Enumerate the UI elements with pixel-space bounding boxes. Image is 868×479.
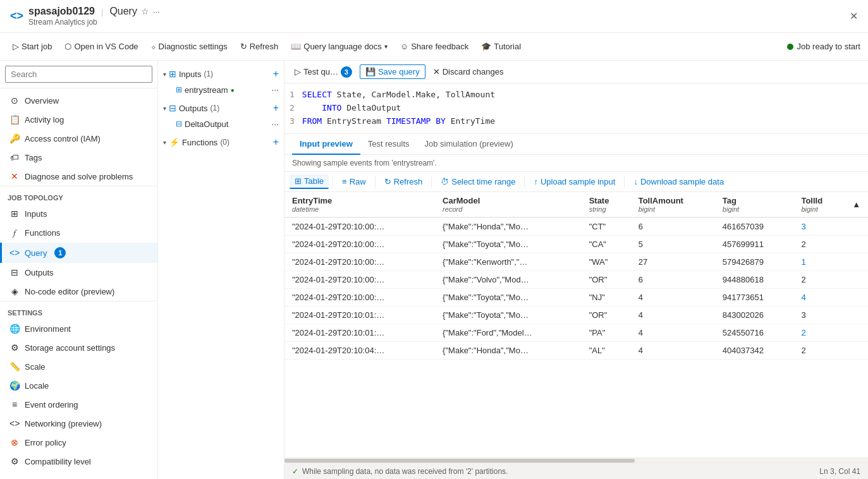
close-icon[interactable]: ✕ — [850, 10, 858, 22]
table-header: EntryTimedatetime CarModelrecord Statest… — [284, 192, 868, 217]
sidebar-item-tags[interactable]: 🏷 Tags — [0, 148, 157, 167]
more-options-icon[interactable]: ··· — [153, 7, 160, 16]
sidebar-item-diagnose[interactable]: ✕ Diagnose and solve problems — [0, 167, 157, 186]
tutorial-button[interactable]: 🎓 Tutorial — [476, 39, 526, 54]
table-cell: {"Make":"Honda","Mo… — [435, 342, 582, 360]
outputs-add-icon[interactable]: + — [273, 102, 279, 114]
tree-item-deltaoutput[interactable]: ⊟ DeltaOutput ··· — [158, 116, 284, 131]
sidebar-item-query[interactable]: <> Query 1 — [0, 243, 157, 263]
editor-area: ▾ ⊞ Inputs (1) + ⊞ entrystream — [158, 61, 868, 479]
sidebar-item-functions[interactable]: 𝑓 Functions — [0, 223, 157, 243]
refresh-button[interactable]: ↻ Refresh — [235, 39, 284, 54]
scale-icon: 📏 — [9, 361, 20, 372]
functions-add-icon[interactable]: + — [273, 136, 279, 148]
table-cell: "OR" — [582, 306, 631, 324]
outputs-tree-label: Outputs — [179, 104, 208, 113]
search-input[interactable] — [5, 66, 152, 83]
table-cell[interactable]: 2 — [793, 324, 845, 342]
table-cell: 944880618 — [715, 271, 794, 289]
discard-changes-button[interactable]: ✕ Discard changes — [428, 65, 509, 78]
deltaoutput-more-icon[interactable]: ··· — [271, 119, 279, 129]
docs-icon: 📖 — [291, 42, 301, 51]
download-icon: ↓ — [633, 177, 638, 186]
outputs-tree-icon: ⊟ — [169, 103, 176, 113]
tree-outputs-header[interactable]: ▾ ⊟ Outputs (1) + — [158, 100, 284, 116]
scrollbar-thumb[interactable] — [284, 459, 635, 463]
title-bar: <> spasajob0129 | Query ☆ ··· Stream Ana… — [0, 0, 868, 33]
toolbar-separator-5 — [624, 176, 625, 188]
tree-panel: ▾ ⊞ Inputs (1) + ⊞ entrystream — [158, 61, 284, 479]
tree-inputs-header-left: ▾ ⊞ Inputs (1) — [163, 69, 213, 79]
entrystream-more-icon[interactable]: ··· — [271, 85, 279, 95]
line-numbers: 1 2 3 — [290, 88, 295, 128]
tree-functions-header[interactable]: ▾ ⚡ Functions (0) + — [158, 134, 284, 150]
sidebar-item-event-ordering[interactable]: ≡ Event ordering — [0, 395, 157, 414]
query-language-docs-button[interactable]: 📖 Query language docs ▾ — [286, 39, 393, 54]
col-sort-icon[interactable]: ▲ — [845, 192, 868, 217]
table-cell-empty — [845, 253, 868, 271]
sidebar-item-inputs[interactable]: ⊞ Inputs — [0, 204, 157, 223]
sidebar-item-storage-account[interactable]: ⚙ Storage account settings — [0, 338, 157, 357]
table-cell: 6 — [631, 217, 715, 236]
table-cell[interactable]: 3 — [793, 217, 845, 236]
table-body: "2024-01-29T20:10:00:…{"Make":"Honda","M… — [284, 217, 868, 360]
table-view-button[interactable]: ⊞ Table — [290, 174, 329, 189]
save-query-button[interactable]: 💾 Save query — [360, 64, 425, 79]
inputs-add-icon[interactable]: + — [273, 68, 279, 80]
horizontal-scrollbar[interactable] — [284, 458, 868, 463]
sidebar-item-outputs[interactable]: ⊟ Outputs — [0, 263, 157, 282]
inputs-tree-label: Inputs — [179, 70, 201, 79]
table-cell[interactable]: 1 — [793, 253, 845, 271]
sidebar-search-container — [0, 61, 157, 88]
code-line-3: FROM EntryStream TIMESTAMP BY EntryTime — [302, 115, 863, 128]
code-editor[interactable]: 1 2 3 SELECT State, CarModel.Make, TollA… — [284, 83, 868, 134]
download-sample-button[interactable]: ↓ Download sample data — [628, 175, 729, 188]
upload-sample-button[interactable]: ↑ Upload sample input — [529, 175, 620, 188]
event-ordering-label: Event ordering — [25, 400, 78, 409]
table-cell: 4 — [631, 306, 715, 324]
tab-input-preview[interactable]: Input preview — [292, 134, 360, 155]
sidebar-item-locale[interactable]: 🌍 Locale — [0, 376, 157, 395]
status-check-icon: ✓ — [292, 467, 298, 476]
job-status: Job ready to start — [787, 42, 860, 51]
star-icon[interactable]: ☆ — [141, 6, 149, 16]
table-cell: {"Make":"Kenworth","… — [435, 253, 582, 271]
table-cell-empty — [845, 324, 868, 342]
table-cell[interactable]: 4 — [793, 289, 845, 306]
raw-view-button[interactable]: ≡ Raw — [337, 175, 371, 188]
inputs-icon: ⊞ — [9, 209, 20, 219]
start-job-button[interactable]: ▷ Start job — [8, 39, 57, 54]
sidebar-item-no-code-editor[interactable]: ◈ No-code editor (preview) — [0, 282, 157, 301]
sidebar-item-scale[interactable]: 📏 Scale — [0, 357, 157, 376]
toolbar-right: Job ready to start — [787, 42, 860, 51]
query-label: Query — [25, 248, 47, 258]
tree-inputs-header[interactable]: ▾ ⊞ Inputs (1) + — [158, 66, 284, 82]
preview-toolbar: ⊞ Table ≡ Raw ↻ Refresh — [284, 172, 868, 192]
sidebar-item-access-control[interactable]: 🔑 Access control (IAM) — [0, 129, 157, 148]
tree-item-entrystream[interactable]: ⊞ entrystream ● ··· — [158, 82, 284, 97]
sidebar-item-environment[interactable]: 🌐 Environment — [0, 319, 157, 338]
preview-note: Showing sample events from 'entrystream'… — [284, 155, 868, 172]
open-vs-code-button[interactable]: ⬡ Open in VS Code — [59, 39, 143, 54]
table-cell: 843002026 — [715, 306, 794, 324]
networking-icon: <> — [9, 418, 20, 428]
sidebar-item-overview[interactable]: ⊙ Overview — [0, 91, 157, 110]
share-feedback-button[interactable]: ☺ Share feedback — [395, 39, 474, 54]
outputs-icon: ⊟ — [9, 267, 20, 277]
diagnostic-settings-button[interactable]: ⬦ Diagnostic settings — [146, 39, 233, 54]
sidebar-item-networking[interactable]: <> Networking (preview) — [0, 414, 157, 433]
select-time-range-button[interactable]: ⏱ Select time range — [436, 175, 520, 188]
table-cell: "2024-01-29T20:10:01:… — [284, 324, 435, 342]
preview-refresh-button[interactable]: ↻ Refresh — [379, 175, 428, 188]
sidebar-item-compatibility[interactable]: ⚙ Compatibility level — [0, 452, 157, 471]
sidebar-item-error-policy[interactable]: ⊗ Error policy — [0, 433, 157, 452]
table-cell: 4 — [631, 289, 715, 306]
sidebar-item-activity-log[interactable]: 📋 Activity log — [0, 110, 157, 129]
tags-label: Tags — [25, 153, 42, 162]
test-query-button[interactable]: ▷ Test qu… 3 — [290, 64, 357, 80]
table-cell: {"Make":"Honda","Mo… — [435, 217, 582, 236]
table-cell: 457699911 — [715, 236, 794, 253]
tab-job-simulation[interactable]: Job simulation (preview) — [417, 134, 521, 155]
query-step-badge: 1 — [54, 247, 66, 258]
tab-test-results[interactable]: Test results — [360, 134, 417, 155]
